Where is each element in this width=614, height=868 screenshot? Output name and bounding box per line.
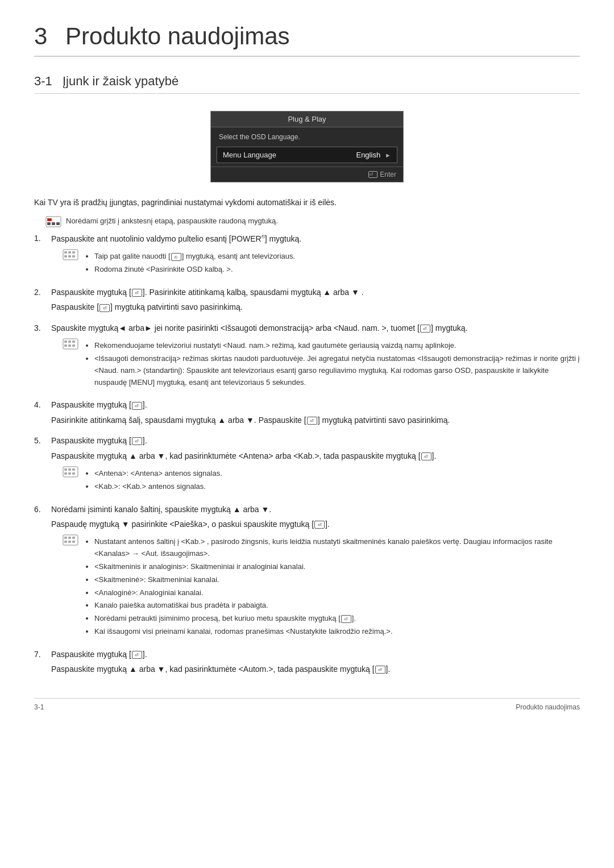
step-5-continuation: Paspauskite mygtuką ▲ arba ▼, kad pasiri… [51,450,580,462]
step-3-text: Spauskite mygtuką◄ arba► jei norite pasi… [51,323,468,333]
svg-rect-3 [52,222,55,225]
step-3-bullet-2: <Išsaugoti demonstraciją> režimas skirta… [94,353,580,388]
step-3-bullet-1: Rekomenduojame televizoriui nustatyti <N… [94,340,580,352]
enter-inline-icon-7: ⏎ [132,651,142,659]
step-5-note: <Antena>: <Antena> antenos signalas. <Ka… [63,466,580,495]
osd-row-value: English [356,151,380,159]
step-4-continuation: Pasirinkite atitinkamą šalį, spausdami m… [51,414,580,426]
svg-rect-20 [64,468,67,471]
step-3-note-content: Rekomenduojame televizoriui nustatyti <N… [83,338,580,391]
enter-inline-icon-4: ⏎ [132,402,142,410]
chapter-number: 3 [34,23,47,49]
osd-subtitle: Select the OSD Language. [211,127,403,144]
step-6-bullet-3: <Skaitmeninė>: Skaitmeniniai kanalai. [94,574,580,586]
svg-rect-10 [68,255,71,258]
note-return-text: Norėdami grįžti į ankstesnį etapą, paspa… [66,215,278,227]
step-1-bullet-2: Rodoma žinutė <Pasirinkite OSD kalbą. >. [94,264,295,276]
enter-inline-icon-3: ⏎ [420,325,430,333]
step-5-text: Paspauskite mygtuką [⏎]. [51,436,147,445]
step-5: Paspauskite mygtuką [⏎]. Paspauskite myg… [34,434,580,495]
step-3: Spauskite mygtuką◄ arba► jei norite pasi… [34,322,580,391]
step-1-note-icon [63,249,78,260]
step-1-sub-list: Taip pat galite nauodti [⎋] mygtuką, esa… [94,251,295,276]
chapter-title-text: Produkto naudojimas [65,23,290,49]
enter-inline-icon-4b: ⏎ [307,417,317,425]
osd-arrow-icon: ► [385,152,391,159]
svg-rect-19 [63,467,78,477]
step-6-sub-list: Nustatant antenos šaltinį į <Kab.> , pas… [94,536,580,637]
step-6-bullet-6: Norėdami petraukti įsiminimo procesą, be… [94,613,580,625]
svg-rect-9 [64,255,67,258]
step-6-bullet-2: <Skaitmeninis ir analoginis>: Skaitmenin… [94,561,580,573]
step-6-bullet-7: Kai išsaugomi visi prieinami kanalai, ro… [94,626,580,638]
step-3-note: Rekomenduojame televizoriui nustatyti <N… [63,338,580,391]
step-5-bullet-2: <Kab.>: <Kab.> antenos signalas. [94,481,222,493]
svg-rect-24 [68,472,71,475]
step-4-text: Paspauskite mygtuką [⏎]. [51,400,147,409]
step-6-text: Norėdami įsiminti kanalo šaltinį, spausk… [51,505,271,514]
svg-rect-15 [72,340,75,343]
steps-list: Paspauskite ant nuotolinio valdymo pulte… [34,232,580,675]
step-2-continuation: Paspauskite [⏎] mygtuką patvirtinti savo… [51,301,580,313]
osd-footer: ⏎ Enter [211,167,403,182]
step-1: Paspauskite ant nuotolinio valdymo pulte… [34,232,580,278]
svg-rect-1 [47,218,52,221]
note-return: Norėdami grįžti į ankstesnį etapą, paspa… [45,215,580,227]
svg-rect-5 [63,250,78,260]
note-return-icon [45,216,61,227]
step-6: Norėdami įsiminti kanalo šaltinį, spausk… [34,503,580,640]
section-number: 3-1 [34,74,52,88]
enter-inline-icon-5: ⏎ [132,437,142,445]
svg-rect-12 [63,339,78,349]
step-1-text: Paspauskite ant nuotolinio valdymo pulte… [51,234,301,243]
step-3-note-icon [63,338,78,350]
step-4: Paspauskite mygtuką [⏎]. Pasirinkite ati… [34,398,580,426]
step-6-note: Nustatant antenos šaltinį į <Kab.> , pas… [63,534,580,639]
svg-rect-7 [68,251,71,254]
step-1-note-content: Taip pat galite nauodti [⎋] mygtuką, esa… [83,248,295,278]
step-5-bullet-1: <Antena>: <Antena> antenos signalas. [94,468,222,480]
svg-rect-22 [72,468,75,471]
svg-rect-31 [68,541,71,543]
svg-rect-0 [46,217,61,227]
osd-dialog: Plug & Play Select the OSD Language. Men… [210,111,404,182]
step-7-text: Paspauskite mygtuką [⏎]. [51,650,147,659]
svg-rect-18 [72,344,75,347]
svg-rect-13 [64,340,67,343]
section-title: 3-1 Įjunk ir žaisk ypatybė [34,74,580,94]
svg-rect-17 [68,344,71,347]
osd-row-label: Menu Language [223,151,356,159]
svg-rect-28 [68,537,71,539]
step-6-continuation: Paspaudę mygtuką ▼ pasirinkite <Paieška>… [51,518,580,530]
chapter-title: 3 Produkto naudojimas [34,23,580,57]
enter-inline-icon-2b: ⏎ [99,304,110,312]
section-title-text: Įjunk ir žaisk ypatybė [63,74,179,88]
step-3-sub-list: Rekomenduojame televizoriui nustatyti <N… [94,340,580,388]
svg-rect-6 [64,251,67,254]
step-6-bullet-1: Nustatant antenos šaltinį į <Kab.> , pas… [94,536,580,560]
step-5-sub-list: <Antena>: <Antena> antenos signalas. <Ka… [94,468,222,493]
power-inline-icon: ⎋ [171,253,181,261]
svg-rect-25 [72,472,75,475]
step-5-note-icon [63,466,78,477]
svg-rect-32 [72,541,75,543]
step-6-bullet-5: Kanalo paieška automatiškai bus pradėta … [94,600,580,612]
page-footer: 3-1 Produkto naudojimas [34,698,580,711]
enter-inline-icon-6b: ⏎ [341,615,351,623]
enter-inline-icon-7b: ⏎ [375,666,385,674]
osd-title: Plug & Play [211,111,403,127]
step-7: Paspauskite mygtuką [⏎]. Paspauskite myg… [34,648,580,676]
step-1-bullet-1: Taip pat galite nauodti [⎋] mygtuką, esa… [94,251,295,263]
svg-rect-14 [68,340,71,343]
step-6-note-icon [63,534,78,546]
step-6-bullet-4: <Analoginė>: Analoginiai kanalai. [94,587,580,599]
svg-rect-16 [64,344,67,347]
enter-inline-icon-2: ⏎ [132,289,142,297]
svg-rect-23 [64,472,67,475]
step-1-note: Taip pat galite nauodti [⎋] mygtuką, esa… [63,248,580,278]
osd-menu-language-row: Menu Language English ► [217,147,397,163]
enter-inline-icon-5b: ⏎ [421,452,432,460]
enter-inline-icon-6: ⏎ [314,521,325,529]
svg-rect-4 [56,222,60,225]
svg-rect-8 [72,251,75,254]
